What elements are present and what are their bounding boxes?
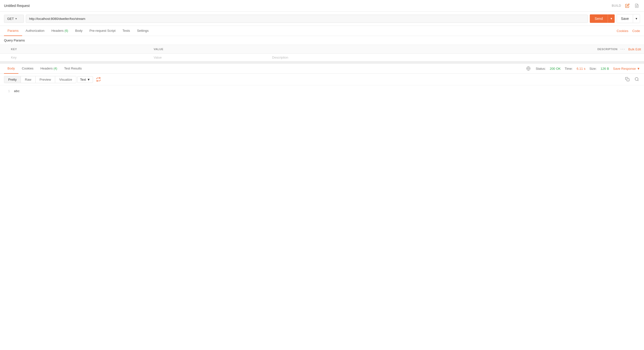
code-link[interactable]: Code: [632, 29, 640, 33]
build-label: BUILD: [612, 4, 621, 7]
svg-rect-4: [627, 78, 629, 81]
query-params-title: Query Params: [0, 36, 644, 45]
response-toolbar: Pretty Raw Preview Visualize Text ▼: [0, 74, 644, 85]
page-title: Untitled Request: [4, 4, 30, 8]
res-tab-test-results[interactable]: Test Results: [61, 64, 85, 74]
res-tab-body[interactable]: Body: [4, 64, 18, 74]
save-button[interactable]: Save: [617, 14, 633, 23]
value-column-header: VALUE: [151, 45, 269, 54]
tab-authorization[interactable]: Authorization: [22, 26, 48, 36]
search-button[interactable]: [634, 76, 640, 83]
table-row: Key Value Description: [0, 54, 644, 62]
view-raw-button[interactable]: Raw: [21, 76, 35, 83]
tab-headers[interactable]: Headers (6): [48, 26, 72, 36]
key-cell[interactable]: Key: [0, 54, 151, 62]
response-content: abc: [14, 89, 20, 93]
tab-right-links: Cookies Code: [617, 29, 640, 33]
query-params-section: Query Params KEY VALUE DESCRIPTION ··· B…: [0, 36, 644, 62]
toolbar-right: [624, 76, 640, 83]
send-button[interactable]: Send: [590, 14, 608, 23]
cookies-link[interactable]: Cookies: [617, 29, 628, 33]
tab-params[interactable]: Params: [4, 26, 22, 36]
key-column-header: KEY: [0, 45, 151, 54]
save-dropdown-button[interactable]: ▼: [633, 14, 640, 23]
res-headers-badge: (4): [54, 67, 57, 70]
more-options-button[interactable]: ···: [620, 47, 625, 51]
tab-pre-request-script[interactable]: Pre-request Script: [86, 26, 119, 36]
top-bar: Untitled Request BUILD: [0, 0, 644, 12]
url-bar: GET ▼ Send ▼ Save ▼: [0, 12, 644, 26]
view-button-group: Pretty Raw Preview Visualize: [4, 76, 76, 83]
format-select[interactable]: Text ▼: [77, 76, 93, 83]
response-body: 1abc: [0, 85, 644, 97]
res-tab-cookies[interactable]: Cookies: [18, 64, 37, 74]
headers-badge: (6): [64, 29, 68, 32]
status-value: 200 OK: [550, 67, 561, 70]
view-visualize-button[interactable]: Visualize: [55, 76, 76, 83]
copy-button[interactable]: [624, 76, 630, 83]
method-select[interactable]: GET ▼: [4, 15, 24, 23]
send-button-group: Send ▼: [590, 14, 615, 23]
send-dropdown-button[interactable]: ▼: [608, 14, 615, 23]
edit-icon-button[interactable]: [624, 2, 630, 9]
chevron-down-icon: ▼: [637, 67, 640, 70]
tab-tests[interactable]: Tests: [119, 26, 134, 36]
response-status-bar: Status: 200 OK Time: 6.11 s Size: 126 B …: [525, 65, 640, 72]
description-column-header: DESCRIPTION ··· Bulk Edit: [269, 45, 644, 54]
line-number: 1: [4, 89, 10, 93]
save-button-group: Save ▼: [617, 14, 640, 23]
request-tabs: Params Authorization Headers (6) Body Pr…: [0, 26, 644, 36]
wrap-button[interactable]: [94, 76, 103, 83]
tab-body[interactable]: Body: [72, 26, 86, 36]
params-table: KEY VALUE DESCRIPTION ··· Bulk Edit Key …: [0, 45, 644, 62]
chevron-down-icon: ▼: [15, 17, 18, 20]
globe-icon-button[interactable]: [525, 65, 532, 72]
tab-settings[interactable]: Settings: [134, 26, 152, 36]
size-value: 126 B: [600, 67, 609, 70]
status-label: Status:: [536, 67, 546, 70]
time-label: Time:: [565, 67, 573, 70]
document-icon-button[interactable]: [634, 2, 640, 9]
svg-point-5: [635, 77, 638, 80]
res-tab-headers[interactable]: Headers (4): [37, 64, 61, 74]
status-info: Status: 200 OK Time: 6.11 s Size: 126 B: [536, 67, 609, 70]
time-value: 6.11 s: [576, 67, 585, 70]
method-label: GET: [7, 17, 14, 21]
svg-line-6: [638, 80, 638, 81]
top-bar-actions: BUILD: [612, 2, 640, 9]
save-response-button[interactable]: Save Response ▼: [613, 67, 640, 70]
section-divider: [0, 62, 644, 64]
response-tabs: Body Cookies Headers (4) Test Results St…: [0, 64, 644, 74]
value-cell[interactable]: Value: [151, 54, 269, 62]
view-pretty-button[interactable]: Pretty: [4, 76, 21, 83]
chevron-down-icon: ▼: [87, 78, 90, 81]
view-preview-button[interactable]: Preview: [35, 76, 55, 83]
url-input[interactable]: [26, 15, 588, 23]
bulk-edit-button[interactable]: Bulk Edit: [628, 47, 641, 51]
size-label: Size:: [589, 67, 596, 70]
description-cell[interactable]: Description: [269, 54, 644, 62]
